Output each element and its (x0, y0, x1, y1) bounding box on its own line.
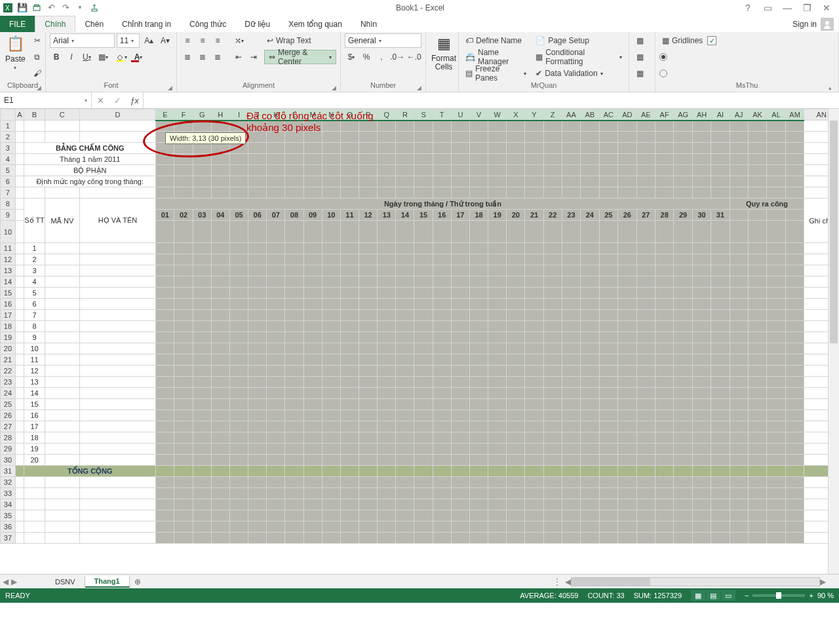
cell[interactable] (174, 399, 193, 410)
cell[interactable] (525, 399, 543, 410)
cell[interactable] (396, 399, 414, 410)
cell[interactable] (469, 432, 488, 444)
cell[interactable] (79, 332, 156, 343)
cell[interactable] (618, 388, 636, 399)
cell[interactable] (303, 354, 322, 366)
cell[interactable] (543, 154, 562, 165)
cell[interactable] (45, 343, 79, 354)
cell[interactable] (79, 521, 156, 533)
cell[interactable] (581, 455, 599, 466)
cell[interactable] (711, 332, 730, 343)
worksheet-area[interactable]: Đã co độ rộng các cột xuốngkhoảng 30 pix… (0, 109, 839, 574)
cell[interactable]: 10 (322, 210, 340, 221)
cell[interactable] (581, 444, 599, 455)
cell[interactable] (451, 510, 469, 521)
cell[interactable] (340, 377, 359, 388)
cell[interactable] (322, 276, 340, 288)
cell[interactable] (285, 288, 303, 299)
col-header-AK[interactable]: AK (748, 109, 767, 121)
cell[interactable] (469, 343, 488, 354)
col-header-AH[interactable]: AH (692, 109, 711, 121)
cell[interactable] (543, 143, 562, 154)
cell[interactable] (469, 388, 488, 399)
cell[interactable] (396, 165, 414, 176)
radio-2[interactable] (659, 69, 667, 77)
cell[interactable] (433, 254, 451, 265)
row-header[interactable]: 1 (1, 121, 16, 132)
cell[interactable] (285, 466, 303, 477)
cell[interactable] (396, 444, 414, 455)
cell[interactable] (636, 176, 655, 187)
cell[interactable] (156, 499, 174, 510)
cell[interactable] (730, 399, 748, 410)
cell[interactable] (433, 321, 451, 332)
cell[interactable] (433, 399, 451, 410)
col-header-V[interactable]: V (469, 109, 488, 121)
cell[interactable] (396, 354, 414, 366)
cell[interactable] (636, 154, 655, 165)
cell[interactable] (414, 488, 433, 499)
cell[interactable] (193, 510, 211, 521)
tab-data[interactable]: Dữ liệu (235, 16, 279, 32)
cell[interactable] (636, 510, 655, 521)
number-format-combo[interactable]: General▾ (345, 33, 421, 48)
cell[interactable] (785, 310, 804, 321)
col-header-AL[interactable]: AL (767, 109, 785, 121)
cell[interactable] (451, 343, 469, 354)
cell[interactable] (433, 388, 451, 399)
cell[interactable] (414, 265, 433, 276)
cell[interactable] (156, 410, 174, 421)
cell[interactable] (655, 421, 673, 432)
cell[interactable] (15, 310, 24, 321)
cell[interactable] (711, 143, 730, 154)
cell[interactable] (655, 410, 673, 421)
cell[interactable] (359, 477, 378, 488)
cell[interactable] (414, 499, 433, 510)
copy-icon[interactable]: ⧉ (31, 50, 44, 64)
cell[interactable] (79, 354, 156, 366)
cell[interactable] (15, 510, 24, 521)
name-box[interactable]: E1 ▾ (0, 92, 92, 108)
cell[interactable] (748, 154, 767, 165)
cell[interactable] (396, 410, 414, 421)
cell[interactable] (618, 121, 636, 132)
cell[interactable] (785, 321, 804, 332)
cell[interactable] (340, 488, 359, 499)
cell[interactable] (469, 332, 488, 343)
cell[interactable] (229, 221, 248, 243)
cell[interactable] (674, 421, 693, 432)
cell[interactable] (322, 421, 340, 432)
spreadsheet-grid[interactable]: ABCDEFGHIJKLMNOPQRSTUVWXYZAAABACADAEAFAG… (0, 109, 839, 544)
cell[interactable] (248, 354, 267, 366)
cell[interactable] (396, 466, 414, 477)
cell[interactable] (45, 265, 79, 276)
cell[interactable] (767, 399, 785, 410)
col-header-AI[interactable]: AI (711, 109, 730, 121)
cell[interactable] (692, 132, 711, 143)
cell[interactable] (396, 510, 414, 521)
cell[interactable] (378, 254, 396, 265)
cell[interactable] (767, 187, 785, 199)
cell[interactable] (174, 521, 193, 533)
cell[interactable] (340, 221, 359, 243)
cell[interactable] (748, 332, 767, 343)
cell[interactable] (767, 221, 785, 243)
font-launcher-icon[interactable]: ◢ (168, 85, 172, 91)
cell[interactable] (692, 466, 711, 477)
cell[interactable] (156, 243, 174, 254)
cell[interactable] (581, 299, 599, 310)
cell[interactable] (711, 265, 730, 276)
cell[interactable] (767, 243, 785, 254)
col-header-AF[interactable]: AF (655, 109, 673, 121)
cell[interactable] (730, 388, 748, 399)
bold-button[interactable]: B (50, 50, 63, 64)
cell[interactable] (451, 377, 469, 388)
cell[interactable] (322, 165, 340, 176)
cell[interactable] (396, 310, 414, 321)
cell[interactable] (581, 143, 599, 154)
cell[interactable] (79, 288, 156, 299)
cell[interactable] (45, 377, 79, 388)
cell[interactable] (618, 377, 636, 388)
cell[interactable] (433, 143, 451, 154)
cell[interactable] (730, 176, 748, 187)
